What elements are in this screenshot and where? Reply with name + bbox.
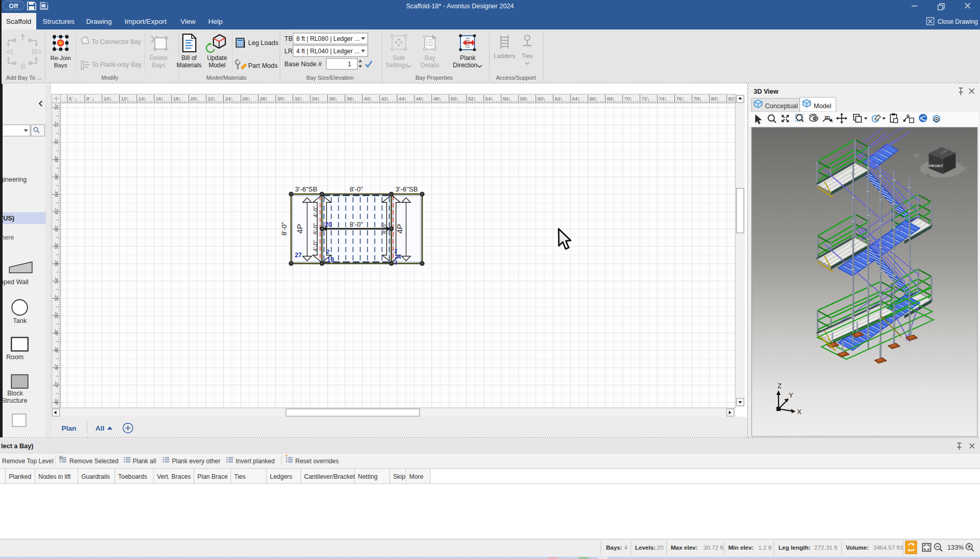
- svg-text:56': 56': [53, 260, 59, 267]
- svg-text:Plank all: Plank all: [133, 458, 156, 465]
- svg-text:Remove Selected: Remove Selected: [69, 458, 119, 465]
- svg-text:28': 28': [260, 96, 267, 101]
- svg-text:LR: LR: [284, 48, 293, 55]
- svg-text:Off: Off: [9, 3, 18, 10]
- svg-text:133%: 133%: [947, 544, 964, 551]
- svg-text:Plank every other: Plank every other: [172, 458, 220, 465]
- svg-text:30.72 ft: 30.72 ft: [703, 545, 724, 551]
- svg-text:Plan Brace: Plan Brace: [197, 473, 228, 480]
- svg-text:Vert. Braces: Vert. Braces: [157, 473, 191, 480]
- svg-text:22': 22': [208, 96, 214, 101]
- svg-text:34': 34': [312, 96, 319, 101]
- svg-text:B: B: [21, 62, 25, 70]
- svg-text:Bays: Bays: [152, 62, 166, 69]
- svg-text:4P: 4P: [295, 224, 304, 233]
- svg-text:Ties: Ties: [234, 473, 246, 480]
- svg-text:82': 82': [728, 96, 735, 101]
- svg-text:6': 6': [69, 96, 73, 101]
- svg-text:20: 20: [657, 545, 664, 551]
- svg-text:80': 80': [711, 96, 718, 101]
- svg-text:Ladders: Ladders: [494, 53, 515, 59]
- svg-text:62': 62': [53, 208, 59, 214]
- svg-text:Skip: Skip: [393, 473, 406, 480]
- svg-text:40': 40': [364, 96, 371, 101]
- svg-text:Re-Join: Re-Join: [50, 55, 71, 61]
- svg-text:1: 1: [348, 61, 351, 68]
- svg-text:Structure: Structure: [1, 397, 27, 404]
- svg-text:40': 40': [53, 399, 59, 405]
- svg-text:Ties: Ties: [522, 53, 533, 59]
- svg-text:Part Mods: Part Mods: [248, 62, 278, 69]
- svg-text:68': 68': [607, 96, 614, 101]
- svg-text:Help: Help: [208, 18, 223, 25]
- svg-text:Max elev:: Max elev:: [671, 545, 698, 551]
- svg-text:3D View: 3D View: [754, 88, 779, 95]
- svg-text:26': 26': [242, 96, 249, 101]
- svg-text:*: *: [285, 453, 288, 460]
- svg-text:All: All: [95, 424, 104, 432]
- svg-text:66': 66': [53, 173, 59, 180]
- svg-text:54': 54': [485, 96, 492, 101]
- svg-text:64': 64': [572, 96, 579, 101]
- svg-text:272.31 ft: 272.31 ft: [814, 545, 838, 551]
- svg-text:1.2 ft: 1.2 ft: [758, 545, 772, 551]
- svg-text:3'-6"SB: 3'-6"SB: [295, 185, 317, 193]
- svg-text:44': 44': [53, 364, 59, 371]
- svg-text:4P: 4P: [395, 224, 404, 233]
- svg-text:8': 8': [87, 96, 90, 101]
- svg-text:Bay Properties: Bay Properties: [415, 75, 453, 81]
- svg-text:8'-0": 8'-0": [382, 223, 388, 234]
- svg-text:74': 74': [659, 96, 666, 101]
- svg-text:Z: Z: [777, 382, 782, 390]
- svg-text:2: 2: [394, 259, 397, 266]
- svg-text:Model/Materials: Model/Materials: [206, 75, 247, 81]
- svg-text:Leg length:: Leg length:: [779, 545, 811, 551]
- svg-text:74': 74': [53, 104, 59, 110]
- svg-text:46': 46': [53, 346, 59, 353]
- svg-text:Cantilever/Bracket: Cantilever/Bracket: [304, 473, 355, 480]
- svg-text:here: here: [1, 234, 14, 241]
- svg-text:Import/Export: Import/Export: [124, 18, 166, 25]
- svg-text:70': 70': [53, 138, 59, 145]
- svg-text:60': 60': [538, 96, 544, 101]
- svg-text:16': 16': [156, 96, 163, 101]
- svg-text:Materials: Materials: [177, 62, 202, 69]
- svg-text:18': 18': [173, 96, 180, 101]
- svg-text:Plank: Plank: [460, 54, 476, 62]
- svg-text:42': 42': [53, 381, 59, 388]
- svg-text:Bay: Bay: [425, 54, 436, 62]
- svg-text:Side: Side: [393, 54, 405, 62]
- svg-text:20: 20: [325, 221, 332, 228]
- svg-text:60': 60': [53, 225, 59, 232]
- svg-text:70': 70': [624, 96, 631, 101]
- svg-text:68': 68': [53, 156, 59, 163]
- svg-text:gineering: gineering: [0, 176, 26, 183]
- svg-text:12': 12': [121, 96, 128, 101]
- svg-text:4 ft | RL040 | Ledger ...: 4 ft | RL040 | Ledger ...: [296, 48, 359, 55]
- svg-text:Planked: Planked: [9, 473, 31, 480]
- svg-text:Drawing: Drawing: [86, 18, 112, 25]
- svg-text:78': 78': [694, 96, 700, 101]
- svg-text:4'-0": 4'-0": [312, 240, 319, 252]
- svg-text:Volume:: Volume:: [846, 545, 869, 551]
- svg-text:32': 32': [295, 96, 301, 101]
- svg-text:Y: Y: [789, 391, 794, 399]
- svg-text:Tank: Tank: [13, 317, 27, 325]
- svg-text:50': 50': [53, 312, 59, 318]
- svg-text:To Connector Bay: To Connector Bay: [92, 38, 141, 46]
- svg-text:8'-0": 8'-0": [280, 222, 288, 236]
- svg-text:TB: TB: [284, 35, 293, 42]
- svg-text:72': 72': [642, 96, 648, 101]
- svg-text:Conceptual: Conceptual: [765, 102, 798, 110]
- svg-text:8 ft | RL080 | Ledger ...: 8 ft | RL080 | Ledger ...: [296, 35, 359, 42]
- svg-text:Bays: Bays: [54, 62, 67, 68]
- svg-text:4: 4: [624, 545, 628, 551]
- svg-text:48': 48': [53, 329, 59, 336]
- svg-text:44': 44': [399, 96, 406, 101]
- svg-text:24': 24': [225, 96, 232, 101]
- svg-text:Reset overrides: Reset overrides: [295, 458, 339, 465]
- svg-text:Details: Details: [421, 62, 440, 69]
- svg-text:Remove Top Level: Remove Top Level: [2, 458, 53, 465]
- svg-text:Settings: Settings: [385, 62, 408, 69]
- svg-text:8'-0": 8'-0": [312, 223, 319, 234]
